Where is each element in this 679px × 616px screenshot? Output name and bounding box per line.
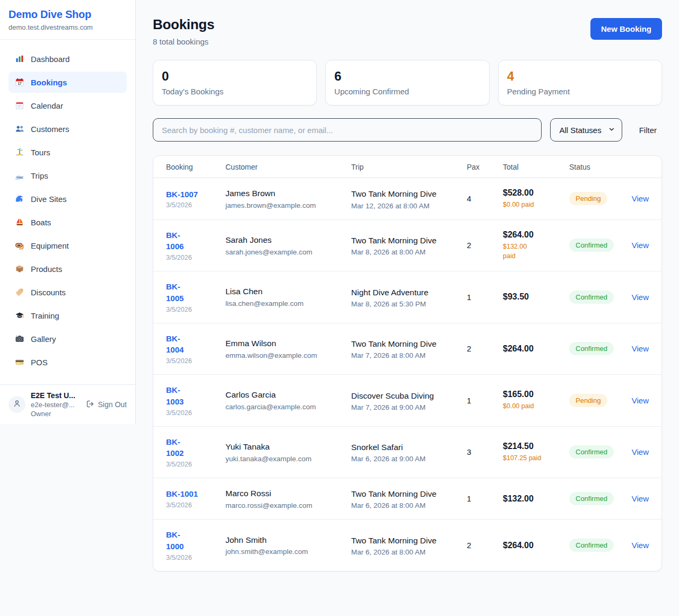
table-row: BK- 1000 3/5/2026 John Smith john.smith@… [153, 520, 661, 571]
pos-icon [15, 357, 24, 367]
booking-date: 3/5/2026 [166, 254, 218, 261]
sidebar-item-label: Trips [31, 171, 48, 180]
view-link[interactable]: View [632, 541, 649, 550]
total-amount: $165.00 [503, 390, 562, 399]
bookings-icon: 17 [15, 77, 24, 87]
stat-card: 4 Pending Payment [498, 60, 662, 105]
pax-value: 1 [467, 396, 503, 405]
status-badge: Confirmed [569, 342, 614, 355]
view-link[interactable]: View [632, 494, 649, 503]
booking-link[interactable]: BK-1007 [166, 189, 198, 200]
filter-button[interactable]: Filter [634, 126, 662, 135]
sidebar-item-label: Boats [31, 218, 51, 227]
sidebar-item-products[interactable]: Products [8, 258, 127, 279]
pax-value: 3 [467, 447, 503, 456]
customer-email: marco.rossi@example.com [225, 501, 344, 509]
sidebar-item-dashboard[interactable]: Dashboard [8, 48, 127, 69]
customer-email: james.brown@example.com [225, 201, 344, 209]
equipment-icon [15, 241, 24, 250]
booking-link[interactable]: BK-1001 [166, 488, 198, 500]
sidebar-item-boats[interactable]: Boats [8, 212, 127, 233]
main-content: Bookings 8 total bookings New Booking 0 … [136, 0, 679, 588]
table-body: BK-1007 3/5/2026 James Brown james.brown… [153, 178, 661, 571]
sidebar-item-label: Training [31, 311, 59, 320]
trip-name: Two Tank Morning Dive [351, 488, 459, 500]
customer-email: carlos.garcia@example.com [225, 403, 344, 411]
sidebar-item-label: Calendar [31, 101, 63, 110]
sidebar-item-trips[interactable]: Trips [8, 165, 127, 186]
status-badge: Pending [569, 394, 607, 407]
sidebar-item-training[interactable]: Training [8, 305, 127, 326]
paid-amount: $107.25 paid [503, 453, 562, 463]
sign-out-label: Sign Out [98, 400, 127, 409]
trip-name: Snorkel Safari [351, 441, 459, 453]
stat-label: Today's Bookings [162, 87, 308, 96]
table-row: BK- 1005 3/5/2026 Lisa Chen lisa.chen@ex… [153, 271, 661, 323]
filter-row: All Statuses Filter [153, 118, 662, 142]
sidebar-item-label: Customers [31, 125, 69, 134]
trip-datetime: Mar 7, 2026 at 9:00 AM [351, 403, 459, 411]
view-link[interactable]: View [632, 344, 649, 353]
booking-link[interactable]: BK- 1000 [166, 529, 184, 552]
search-input[interactable] [153, 118, 542, 142]
status-filter-select[interactable]: All Statuses [550, 118, 622, 142]
trip-name: Two Tank Morning Dive [351, 188, 459, 200]
view-link[interactable]: View [632, 447, 649, 456]
booking-date: 3/5/2026 [166, 461, 218, 468]
status-badge: Confirmed [569, 291, 614, 304]
trip-name: Night Dive Adventure [351, 286, 459, 298]
sidebar-item-discounts[interactable]: Discounts [8, 281, 127, 303]
view-link[interactable]: View [632, 241, 649, 250]
sidebar-item-label: Dashboard [31, 55, 69, 64]
view-link[interactable]: View [632, 194, 649, 203]
customer-name: John Smith [225, 535, 344, 546]
user-email: e2e-tester@... [31, 401, 81, 409]
booking-date: 3/5/2026 [166, 501, 218, 509]
gallery-icon [15, 334, 24, 344]
trip-datetime: Mar 8, 2026 at 8:00 AM [351, 248, 459, 256]
sidebar-item-pos[interactable]: POS [8, 351, 127, 373]
booking-date: 3/5/2026 [166, 357, 218, 365]
shop-name: Demo Dive Shop [8, 8, 127, 21]
booking-link[interactable]: BK- 1002 [166, 436, 184, 460]
sidebar-item-customers[interactable]: Customers [8, 118, 127, 139]
pax-value: 4 [467, 194, 503, 203]
sidebar-item-gallery[interactable]: Gallery [8, 328, 127, 349]
view-link[interactable]: View [632, 293, 649, 302]
sidebar-item-tours[interactable]: Tours [8, 142, 127, 163]
sidebar-item-equipment[interactable]: Equipment [8, 235, 127, 256]
status-badge: Confirmed [569, 492, 614, 505]
column-header-pax: Pax [467, 163, 503, 171]
trip-datetime: Mar 6, 2026 at 9:00 AM [351, 455, 459, 463]
booking-link[interactable]: BK- 1005 [166, 281, 184, 304]
sign-out-button[interactable]: Sign Out [86, 400, 127, 410]
customer-email: lisa.chen@example.com [225, 300, 344, 307]
table-row: BK-1001 3/5/2026 Marco Rossi marco.rossi… [153, 478, 661, 520]
table-row: BK-1007 3/5/2026 James Brown james.brown… [153, 178, 661, 219]
customer-email: sarah.jones@example.com [225, 248, 344, 256]
booking-date: 3/5/2026 [166, 201, 218, 209]
stat-card: 0 Today's Bookings [153, 60, 317, 105]
sidebar-item-bookings[interactable]: 17 Bookings [8, 72, 127, 93]
table-header-row: BookingCustomerTripPaxTotalStatus [153, 156, 661, 178]
sidebar-user: E2E Test U... e2e-tester@... Owner Sign … [0, 384, 135, 424]
total-amount: $528.00 [503, 188, 562, 198]
table-row: BK- 1006 3/5/2026 Sarah Jones sarah.jone… [153, 220, 661, 272]
trip-datetime: Mar 12, 2026 at 8:00 AM [351, 202, 459, 210]
avatar [8, 396, 25, 413]
new-booking-button[interactable]: New Booking [590, 18, 662, 40]
sidebar-item-dive-sites[interactable]: Dive Sites [8, 188, 127, 209]
customer-email: yuki.tanaka@example.com [225, 455, 344, 463]
booking-link[interactable]: BK- 1004 [166, 333, 184, 356]
page-subtitle: 8 total bookings [153, 37, 214, 46]
sidebar-item-calendar[interactable]: Calendar [8, 95, 127, 116]
table-row: BK- 1004 3/5/2026 Emma Wilson emma.wilso… [153, 323, 661, 375]
paid-amount: $132.00 paid [503, 242, 562, 261]
booking-link[interactable]: BK- 1006 [166, 230, 184, 253]
booking-date: 3/5/2026 [166, 554, 218, 561]
sidebar-item-label: Tours [31, 148, 50, 157]
booking-link[interactable]: BK- 1003 [166, 384, 184, 408]
table-row: BK- 1002 3/5/2026 Yuki Tanaka yuki.tanak… [153, 427, 661, 479]
user-role: Owner [31, 410, 81, 418]
view-link[interactable]: View [632, 396, 649, 405]
